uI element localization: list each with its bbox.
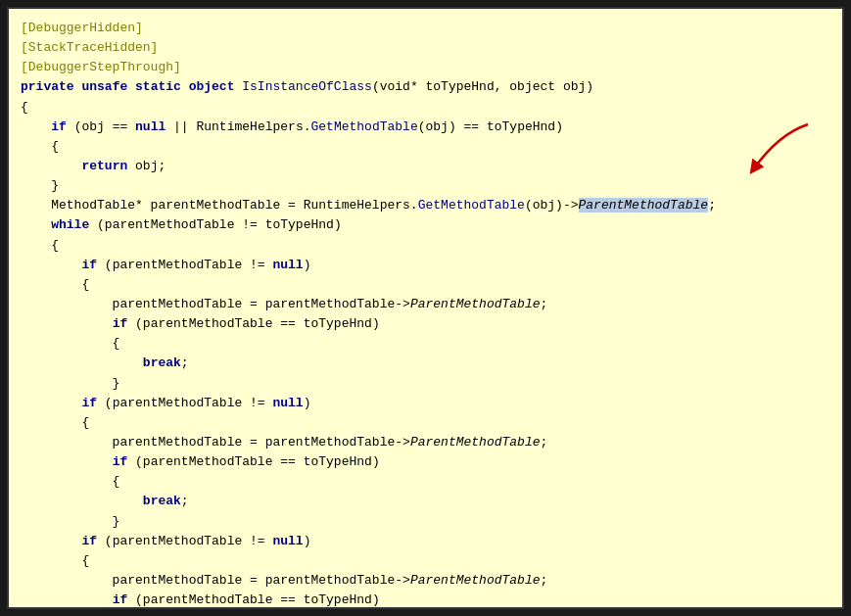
code-line-11: while (parentMethodTable != toTypeHnd) [21, 215, 830, 235]
code-line-15: parentMethodTable = parentMethodTable->P… [21, 295, 830, 314]
kw-unsafe: unsafe [81, 79, 135, 94]
code-line-13: if (parentMethodTable != null) [21, 256, 830, 275]
code-line-14: { [21, 275, 830, 295]
code-line-8: return obj; [21, 157, 830, 176]
code-line-26: } [21, 512, 830, 532]
method-getmethodtable-1: GetMethodTable [311, 119, 418, 134]
code-line-10: MethodTable* parentMethodTable = Runtime… [21, 196, 830, 215]
code-block: [DebuggerHidden] [StackTraceHidden] [Deb… [21, 19, 830, 609]
code-line-29: parentMethodTable = parentMethodTable->P… [21, 571, 830, 591]
method-getmethodtable-2: GetMethodTable [418, 198, 525, 213]
code-line-20: if (parentMethodTable != null) [21, 394, 830, 413]
kw-null-2: null [272, 258, 303, 272]
code-line-24: { [21, 472, 830, 492]
kw-if-2: if [81, 258, 97, 272]
code-line-23: if (parentMethodTable == toTypeHnd) [21, 452, 830, 472]
italic-pmt-3: ParentMethodTable [410, 573, 541, 588]
code-line-12: { [21, 236, 830, 256]
kw-if-4: if [81, 396, 97, 410]
code-line-27: if (parentMethodTable != null) [21, 532, 830, 551]
code-window: [DebuggerHidden] [StackTraceHidden] [Deb… [7, 7, 844, 609]
kw-if-1: if [51, 119, 67, 134]
code-line-4: private unsafe static object IsInstanceO… [21, 77, 830, 97]
kw-while: while [51, 217, 89, 232]
code-line-9: } [21, 176, 830, 196]
kw-break-2: break [143, 494, 181, 508]
code-line-18: break; [21, 354, 830, 373]
code-line-30: if (parentMethodTable == toTypeHnd) [21, 591, 830, 609]
params: (void* toTypeHnd, object obj) [372, 79, 593, 94]
kw-if-6: if [81, 534, 97, 548]
kw-private: private [21, 79, 81, 94]
kw-static: static [135, 79, 189, 94]
code-line-1: [DebuggerHidden] [21, 19, 830, 38]
code-line-22: parentMethodTable = parentMethodTable->P… [21, 433, 830, 452]
kw-if-5: if [113, 454, 128, 469]
kw-return: return [81, 159, 127, 173]
attr-2: [StackTraceHidden] [21, 40, 158, 55]
code-line-21: { [21, 413, 830, 433]
code-line-2: [StackTraceHidden] [21, 38, 830, 58]
kw-if-7: if [113, 592, 128, 607]
code-line-3: [DebuggerStepThrough] [21, 58, 830, 77]
code-line-7: { [21, 137, 830, 157]
kw-object: object [189, 79, 243, 94]
attr-3: [DebuggerStepThrough] [21, 60, 181, 74]
kw-null-1: null [135, 119, 165, 134]
italic-pmt-2: ParentMethodTable [410, 435, 541, 450]
code-line-19: } [21, 374, 830, 394]
code-line-6: if (obj == null || RuntimeHelpers.GetMet… [21, 118, 830, 137]
kw-if-3: if [113, 316, 128, 331]
code-line-17: { [21, 334, 830, 354]
code-line-16: if (parentMethodTable == toTypeHnd) [21, 314, 830, 334]
italic-pmt-1: ParentMethodTable [410, 297, 541, 311]
highlighted-parentmethodtable: ParentMethodTable [579, 198, 709, 213]
code-line-5: { [21, 98, 830, 118]
method-isinstanceofclass: IsInstanceOfClass [242, 79, 372, 94]
attr-1: [DebuggerHidden] [21, 21, 143, 35]
kw-null-4: null [272, 534, 303, 548]
code-line-25: break; [21, 492, 830, 511]
code-line-28: { [21, 551, 830, 571]
kw-null-3: null [272, 396, 303, 410]
kw-break-1: break [143, 355, 181, 370]
